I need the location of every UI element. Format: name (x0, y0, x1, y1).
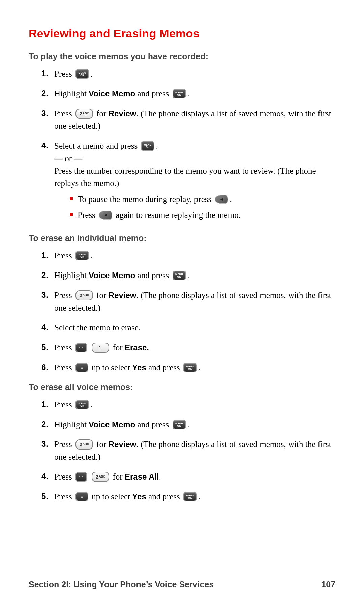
step-body: Press 2ABC for Review. (The phone displa… (54, 107, 335, 132)
step: 1. Press MENUOK. (29, 67, 335, 80)
menu-ok-key-icon: MENUOK (173, 89, 186, 98)
step: 6.Press ▴ up to select Yes and press MEN… (29, 361, 335, 374)
step: 3.Press 2ABC for Review. (The phone disp… (29, 289, 335, 314)
two-abc-key-icon: 2ABC (75, 290, 93, 300)
softkey-dots-icon: ··· (75, 343, 87, 352)
nav-key-icon: ▴ (75, 363, 88, 372)
step: 2.Highlight Voice Memo and press MENUOK. (29, 418, 335, 431)
menu-ok-key-icon: MENUOK (183, 363, 197, 372)
menu-ok-key-icon: MENUOK (75, 251, 89, 260)
step: 4. Select a memo and press MENUOK. — or … (29, 140, 335, 225)
step: 1.Press MENUOK. (29, 398, 335, 411)
step-body: Highlight Voice Memo and press MENUOK. (54, 87, 335, 100)
steps-play: 1. Press MENUOK. 2. Highlight Voice Memo… (29, 67, 335, 225)
step-number: 3. (29, 107, 54, 119)
page-content: Reviewing and Erasing Memos To play the … (29, 27, 335, 512)
steps-erase-all: 1.Press MENUOK. 2.Highlight Voice Memo a… (29, 398, 335, 503)
one-key-icon: 1 (92, 343, 109, 353)
steps-erase-one: 1.Press MENUOK. 2.Highlight Voice Memo a… (29, 249, 335, 374)
step: 5.Press ··· 1 for Erase. (29, 341, 335, 354)
subhead-erase-one: To erase an individual memo: (29, 233, 335, 243)
sub-bullet: To pause the memo during replay, press ◂… (70, 193, 335, 205)
step: 2. Highlight Voice Memo and press MENUOK… (29, 87, 335, 100)
step: 4.Press ··· 2ABC for Erase All. (29, 470, 335, 483)
step-body: Press MENUOK. (54, 67, 335, 80)
two-abc-key-icon: 2ABC (75, 109, 93, 119)
menu-ok-key-icon: MENUOK (173, 420, 186, 429)
step-number: 2. (29, 87, 54, 99)
footer-section: Section 2I: Using Your Phone’s Voice Ser… (29, 580, 214, 589)
sub-bullets: To pause the memo during replay, press ◂… (70, 193, 335, 221)
softkey-dots-icon: ··· (75, 472, 87, 482)
two-abc-key-icon: 2ABC (92, 472, 109, 482)
sub-bullet: Press ◂ again to resume replaying the me… (70, 209, 335, 221)
menu-ok-key-icon: MENUOK (183, 492, 197, 501)
menu-ok-key-icon: MENUOK (173, 271, 186, 280)
nav-key-icon: ▴ (75, 492, 88, 501)
step: 3.Press 2ABC for Review. (The phone disp… (29, 438, 335, 463)
step: 3. Press 2ABC for Review. (The phone dis… (29, 107, 335, 132)
back-key-icon: ◂ (215, 195, 228, 204)
step: 4.Select the memo to erase. (29, 321, 335, 334)
bullet-icon (70, 213, 73, 216)
subhead-erase-all: To erase all voice memos: (29, 382, 335, 392)
step-number: 4. (29, 140, 54, 152)
menu-ok-key-icon: MENUOK (141, 141, 154, 151)
step: 1.Press MENUOK. (29, 249, 335, 262)
step: 2.Highlight Voice Memo and press MENUOK. (29, 269, 335, 282)
menu-ok-key-icon: MENUOK (75, 69, 89, 79)
two-abc-key-icon: 2ABC (75, 439, 93, 450)
page-title: Reviewing and Erasing Memos (29, 27, 335, 40)
step-body: Select a memo and press MENUOK. — or — P… (54, 140, 335, 225)
step: 5.Press ▴ up to select Yes and press MEN… (29, 490, 335, 503)
back-key-icon: ◂ (99, 211, 112, 220)
footer-page-number: 107 (321, 580, 335, 589)
step-number: 1. (29, 67, 54, 80)
bullet-icon (70, 197, 73, 200)
menu-ok-key-icon: MENUOK (75, 400, 89, 409)
subhead-play: To play the voice memos you have recorde… (29, 52, 335, 61)
page-footer: Section 2I: Using Your Phone’s Voice Ser… (29, 580, 335, 589)
